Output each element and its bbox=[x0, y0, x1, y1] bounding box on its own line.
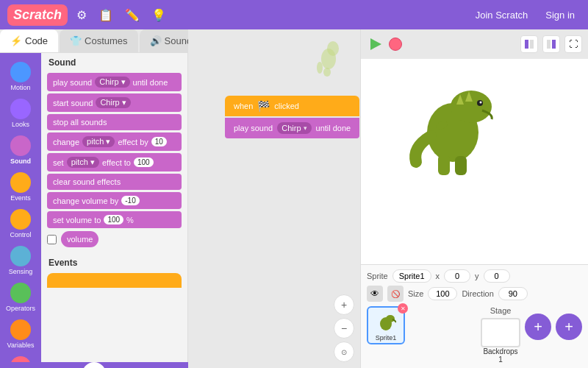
sprite-delete-icon[interactable]: ✕ bbox=[398, 303, 408, 314]
svg-rect-14 bbox=[438, 155, 450, 175]
stage-header: ⛶ bbox=[361, 29, 588, 59]
cat-myblocks[interactable]: My Blocks bbox=[0, 353, 41, 362]
sprite-label: Sprite bbox=[367, 272, 388, 280]
add-extension-button[interactable]: + bbox=[82, 362, 106, 368]
events-block-placeholder[interactable] bbox=[47, 273, 182, 288]
stage-canvas bbox=[361, 59, 588, 264]
stop-all-sounds-block[interactable]: stop all sounds bbox=[47, 114, 182, 130]
cat-operators[interactable]: Operators bbox=[0, 280, 41, 315]
sprite-direction-field[interactable]: 90 bbox=[498, 287, 528, 300]
sprite-size-field[interactable]: 100 bbox=[428, 287, 457, 300]
x-label: x bbox=[436, 272, 440, 280]
code-editor: when 🏁 clicked play sound Chirp ▾ until … bbox=[188, 29, 360, 368]
svg-rect-6 bbox=[530, 40, 534, 49]
size-label: Size bbox=[408, 289, 423, 298]
sprite-name-field[interactable]: Sprite1 bbox=[392, 269, 431, 283]
flag-icon: 🏁 bbox=[257, 100, 270, 112]
dinosaur-sprite bbox=[398, 66, 515, 184]
costumes-tab-icon: 👕 bbox=[70, 35, 82, 46]
tab-code[interactable]: ⚡ Code bbox=[0, 29, 58, 52]
change-pitch-effect-block[interactable]: change pitch ▾ effect by 10 bbox=[47, 132, 182, 151]
svg-marker-4 bbox=[370, 38, 381, 50]
blocks-area: Motion Looks Sound Events Control bbox=[0, 53, 188, 362]
y-label: y bbox=[475, 272, 479, 280]
backdrops-count: Backdrops 1 bbox=[481, 347, 520, 364]
volume-reporter-block[interactable]: volume bbox=[61, 231, 98, 247]
direction-label: Direction bbox=[462, 289, 493, 298]
set-pitch-effect-block[interactable]: set pitch ▾ effect to 100 bbox=[47, 153, 182, 171]
cat-events[interactable]: Events bbox=[0, 169, 41, 205]
categories-panel: Motion Looks Sound Events Control bbox=[0, 53, 41, 362]
sprite-y-field[interactable]: 0 bbox=[484, 269, 510, 283]
sprite-thumbnail bbox=[312, 37, 345, 74]
svg-rect-15 bbox=[455, 156, 467, 175]
svg-rect-8 bbox=[552, 40, 556, 49]
blocks-panel: Sound play sound Chirp ▾ until done star… bbox=[41, 53, 188, 362]
svg-rect-7 bbox=[547, 40, 551, 49]
stage-backdrop-preview[interactable] bbox=[481, 318, 520, 347]
add-sprite-button[interactable]: + bbox=[525, 314, 551, 340]
bottom-add-row: + bbox=[0, 362, 188, 368]
zoom-out-button[interactable]: − bbox=[334, 318, 354, 339]
layout-mode-1-button[interactable] bbox=[520, 35, 538, 53]
clear-sound-effects-block[interactable]: clear sound effects bbox=[47, 174, 182, 190]
right-panel: ⛶ bbox=[360, 29, 588, 368]
cat-sensing[interactable]: Sensing bbox=[0, 243, 41, 278]
zoom-in-button[interactable]: + bbox=[334, 294, 354, 315]
cat-sound[interactable]: Sound bbox=[0, 132, 41, 168]
svg-rect-5 bbox=[525, 40, 528, 49]
left-panel: ⚡ Code 👕 Costumes 🔊 Sounds Motion bbox=[0, 29, 188, 368]
stop-button[interactable] bbox=[389, 38, 402, 51]
sprite-x-field[interactable]: 0 bbox=[444, 269, 470, 283]
code-block-group: when 🏁 clicked play sound Chirp ▾ until … bbox=[225, 96, 359, 140]
zoom-controls: + − ⊙ bbox=[334, 294, 354, 362]
cat-looks[interactable]: Looks bbox=[0, 96, 41, 131]
play-sound-block[interactable]: play sound Chirp ▾ until done bbox=[47, 73, 182, 91]
join-scratch-link[interactable]: Join Scratch bbox=[470, 7, 534, 24]
sound-section-title: Sound bbox=[41, 53, 187, 71]
sign-in-link[interactable]: Sign in bbox=[539, 7, 581, 24]
fullscreen-button[interactable]: ⛶ bbox=[564, 35, 582, 53]
scratch-logo[interactable]: Scratch bbox=[7, 4, 68, 26]
hide-sprite-button[interactable]: 🚫 bbox=[387, 286, 404, 302]
svg-point-12 bbox=[480, 102, 482, 104]
svg-point-1 bbox=[327, 41, 339, 56]
change-volume-block[interactable]: change volume by -10 bbox=[47, 192, 182, 209]
start-sound-block[interactable]: start sound Chirp ▾ bbox=[47, 93, 182, 112]
tab-bar: ⚡ Code 👕 Costumes 🔊 Sounds bbox=[0, 29, 188, 53]
cat-control[interactable]: Control bbox=[0, 206, 41, 241]
topbar: Scratch ⚙ 📋 ✏️ 💡 Join Scratch Sign in bbox=[0, 0, 588, 29]
sounds-tab-icon: 🔊 bbox=[150, 35, 162, 46]
add-backdrop-button[interactable]: + bbox=[556, 314, 582, 340]
code-tab-icon: ⚡ bbox=[10, 35, 22, 46]
cat-motion[interactable]: Motion bbox=[0, 59, 41, 94]
sprite-card-sprite1[interactable]: ✕ Sprite1 bbox=[367, 306, 405, 344]
svg-point-3 bbox=[323, 68, 331, 77]
stage-label: Stage bbox=[481, 306, 520, 315]
green-flag-button[interactable] bbox=[367, 35, 384, 53]
svg-point-10 bbox=[451, 91, 492, 123]
tab-costumes[interactable]: 👕 Costumes bbox=[60, 29, 138, 52]
sprite-info-panel: Sprite Sprite1 x 0 y 0 👁 🚫 Size 100 Dire… bbox=[361, 264, 588, 368]
volume-checkbox[interactable] bbox=[47, 235, 57, 244]
events-section-title: Events bbox=[41, 253, 187, 271]
settings-icon[interactable]: ⚙ bbox=[74, 5, 90, 25]
sprite-card-label: Sprite1 bbox=[376, 334, 397, 342]
layout-mode-2-button[interactable] bbox=[542, 35, 560, 53]
svg-point-19 bbox=[386, 315, 395, 322]
stage-panel: Stage Backdrops 1 bbox=[481, 306, 520, 364]
edit-icon[interactable]: ✏️ bbox=[122, 5, 143, 25]
main-area: ⚡ Code 👕 Costumes 🔊 Sounds Motion bbox=[0, 29, 588, 368]
show-sprite-button[interactable]: 👁 bbox=[367, 286, 383, 302]
fit-screen-button[interactable]: ⊙ bbox=[334, 342, 354, 362]
cat-variables[interactable]: Variables bbox=[0, 316, 41, 352]
when-flag-clicked-block[interactable]: when 🏁 clicked bbox=[225, 96, 359, 116]
bulb-icon[interactable]: 💡 bbox=[148, 5, 169, 25]
code-play-sound-block[interactable]: play sound Chirp ▾ until done bbox=[225, 118, 359, 138]
svg-point-2 bbox=[317, 62, 323, 74]
set-volume-block[interactable]: set volume to 100 % bbox=[47, 211, 182, 228]
tutorial-icon[interactable]: 📋 bbox=[96, 5, 116, 25]
